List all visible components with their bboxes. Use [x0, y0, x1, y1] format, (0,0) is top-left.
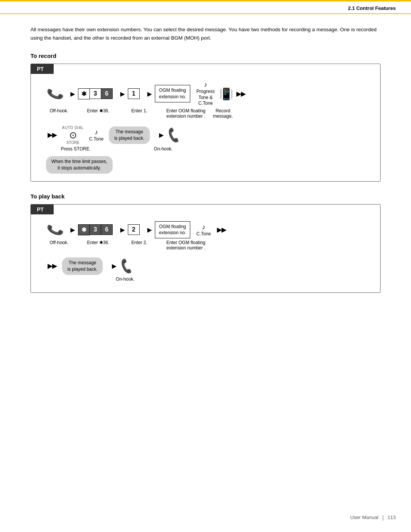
- record-row1-labels: Off-hook. Enter ✱36. Enter 1. Enter OGM …: [38, 108, 373, 119]
- page-footer: User Manual 113: [350, 514, 396, 521]
- pb-arrow4: ▶: [112, 262, 116, 270]
- pb-label-offhook: Off-hook.: [48, 240, 70, 245]
- playback-onhook-icon: 📞: [119, 259, 134, 273]
- playback-row1-icons: 📞 ▶ ✱ 3 6 ▶ 2 ▶ OGM floating extension n…: [38, 221, 373, 239]
- pb-label-ogm-entry: Enter OGM floating extension number .: [166, 240, 206, 251]
- record-row2-icons: ▶▶ AUTO DIAL ⊙ STORE ♪ C.Tone The messag…: [38, 126, 373, 145]
- playback-row2-icons: ▶▶ The message is played back. ▶ 📞: [38, 257, 373, 275]
- label-enter1: Enter 1.: [130, 108, 149, 113]
- playback-playback-note: The message is played back.: [62, 257, 103, 275]
- record-row2-labels: Press STORE. On-hook.: [38, 146, 373, 152]
- record-double-arrow1: ▶▶: [236, 90, 245, 97]
- playback-row2-labels: On-hook.: [38, 276, 373, 282]
- pb-arrow3: ▶: [147, 226, 152, 233]
- record-store-icon: AUTO DIAL ⊙ STORE: [62, 126, 84, 145]
- record-row1-icons: 📞 ▶ ✱ 3 6 ▶ 1 ▶ OGM floating extension n…: [38, 81, 373, 107]
- record-double-arrow2: ▶▶: [48, 131, 57, 139]
- record-ogm-box: OGM floating extension no.: [155, 85, 190, 102]
- label-press-store: Press STORE.: [61, 146, 91, 152]
- arrow3: ▶: [147, 90, 152, 97]
- playback-pt-label: PT: [31, 204, 54, 214]
- arrow1: ▶: [70, 90, 75, 97]
- playback-diagram-box: PT 📞 ▶ ✱ 3 6 ▶ 2 ▶: [30, 204, 381, 293]
- record-ctone1: ♪ C.Tone: [89, 128, 104, 142]
- label-onhook: On-hook.: [152, 146, 175, 152]
- record-section-title: To record: [30, 53, 381, 59]
- section-title-label: 2.1 Control Features: [348, 5, 396, 11]
- record-progress-tone: ♪ Progress Tone & C.Tone: [196, 81, 215, 107]
- record-key-star36: ✱ 3 6: [78, 88, 113, 99]
- pb-label-enter2: Enter 2.: [130, 240, 149, 245]
- playback-row1-labels: Off-hook. Enter ✱36. Enter 2. Enter OGM …: [38, 240, 373, 251]
- playback-offhook-icon: 📞: [48, 222, 63, 237]
- label-record-msg: Record message.: [212, 108, 234, 119]
- arrow4: ▶: [159, 131, 164, 139]
- header-bar: [0, 0, 411, 2]
- label-ogm-entry: Enter OGM floating extension number .: [166, 108, 206, 119]
- record-onhook-icon: 📞: [167, 128, 181, 142]
- pb-arrow1: ▶: [70, 226, 75, 233]
- record-offhook-icon: 📞: [48, 86, 63, 101]
- record-pt-label: PT: [31, 64, 54, 74]
- pb-label-onhook: On-hook.: [114, 276, 137, 282]
- header-section: 2.1 Control Features: [0, 0, 411, 14]
- label-offhook: Off-hook.: [48, 108, 70, 113]
- playback-ctone: ♪ C.Tone: [196, 223, 211, 236]
- footer-page-number: 113: [387, 514, 396, 520]
- record-playback-note: The message is played back.: [109, 126, 150, 144]
- intro-paragraph: All messages have their own extension nu…: [30, 26, 381, 42]
- record-diagram-box: PT 📞 ▶ ✱ 3 6 ▶ 1 ▶: [30, 64, 381, 181]
- playback-ogm-box: OGM floating extension no.: [155, 221, 190, 239]
- record-time-limit-note: When the time limit passes, it stops aut…: [38, 156, 373, 174]
- pb-double-arrow2: ▶▶: [48, 262, 57, 270]
- pb-double-arrow1: ▶▶: [217, 226, 226, 233]
- record-key-1: 1: [128, 88, 140, 99]
- label-enter36: Enter ✱36.: [85, 108, 112, 113]
- footer-user-manual: User Manual: [350, 514, 378, 520]
- playback-key-star36: ✱ 3 6: [78, 224, 113, 235]
- arrow2: ▶: [120, 90, 125, 97]
- footer-separator: [383, 515, 383, 521]
- record-microphone-icon: 📳: [219, 87, 233, 101]
- pb-label-enter36: Enter ✱36.: [85, 240, 112, 245]
- playback-key-2: 2: [128, 224, 140, 235]
- pb-arrow2: ▶: [120, 226, 125, 233]
- playback-section-title: To play back: [30, 193, 381, 200]
